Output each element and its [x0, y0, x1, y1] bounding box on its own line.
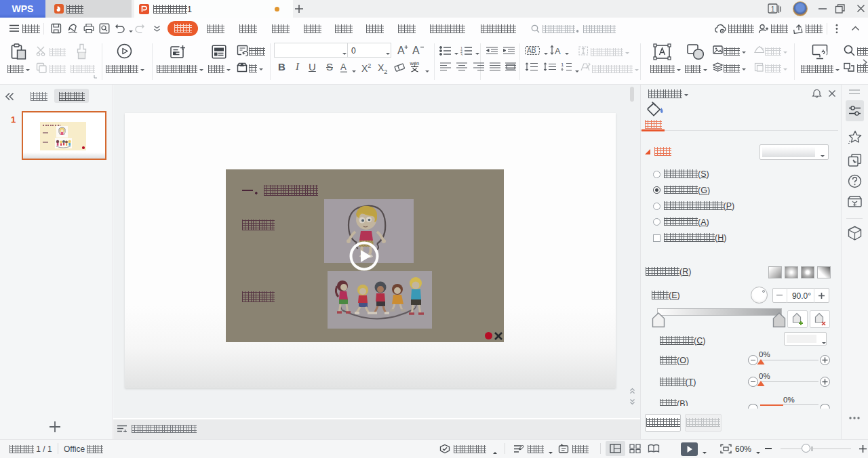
svg-text:1: 1 — [771, 5, 775, 13]
svg-text:wén: wén — [410, 60, 420, 66]
svg-text:A: A — [555, 46, 561, 56]
svg-text:3: 3 — [460, 53, 462, 56]
svg-text:1: 1 — [561, 62, 564, 68]
svg-text:A: A — [397, 45, 405, 56]
svg-text:AB: AB — [527, 47, 536, 54]
svg-text:A: A — [340, 62, 347, 72]
svg-text:A: A — [412, 45, 420, 56]
